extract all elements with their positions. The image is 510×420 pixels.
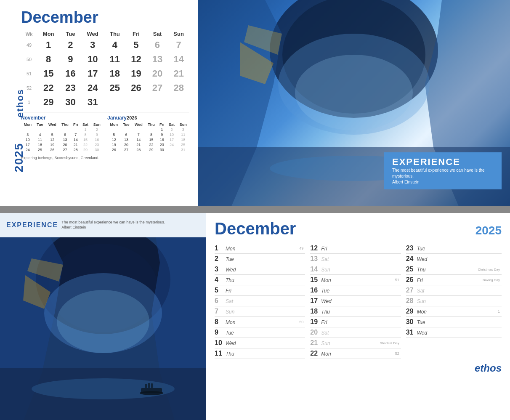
day-entry: 13Sat	[310, 254, 401, 264]
photo-background: EXPERIENCE The most beautiful experience…	[198, 0, 510, 206]
day-name: Wed	[417, 330, 502, 336]
day-number: 7	[215, 308, 224, 315]
day-name: Tue	[417, 246, 502, 252]
svg-rect-18	[148, 383, 150, 388]
day-entry: 23Tue	[406, 243, 502, 254]
experience-title: EXPERIENCE	[392, 157, 493, 167]
day-entry: 12Fri	[310, 243, 401, 254]
day-name: Tue	[321, 288, 401, 294]
day-number: 21	[310, 339, 319, 347]
days-column-2: 12Fri13Sat14Sun15Mon5116Tue17Wed18Thu19F…	[310, 243, 406, 359]
week-badge: 51	[395, 278, 399, 282]
svg-rect-17	[145, 384, 147, 388]
day-number: 4	[215, 276, 224, 284]
photo-caption: Exploring Icebergs, Scoresbysund, Greenl…	[21, 156, 189, 160]
day-entry: 8Mon50	[215, 317, 305, 327]
day-entry: 21SunShortest Day	[310, 338, 401, 348]
day-name: Wed	[321, 298, 401, 304]
day-entry: 31Wed	[406, 327, 502, 338]
day-name: Mon	[226, 246, 305, 252]
day-number: 18	[310, 308, 319, 315]
day-name: Sat	[321, 256, 401, 262]
day-number: 1	[215, 245, 224, 252]
bottom-right-panel: December 2025 1Mon492Tue3Wed4Thu5Fri6Sat…	[206, 213, 510, 420]
day-entry: 26FriBoxing Day	[406, 275, 502, 285]
day-name: Mon	[321, 277, 401, 283]
day-number: 17	[310, 297, 319, 305]
ethos-logo-bottom: ethos	[215, 362, 502, 374]
day-name: Sat	[226, 298, 305, 304]
day-entry: 20Sat	[310, 327, 401, 338]
day-name: Tue	[417, 319, 502, 325]
day-entry: 10Wed	[215, 338, 305, 348]
day-entry: 18Thu	[310, 306, 401, 317]
days-column-1: 1Mon492Tue3Wed4Thu5Fri6Sat7Sun8Mon509Tue…	[215, 243, 310, 359]
december-title: December	[215, 219, 296, 238]
svg-point-3	[295, 55, 413, 130]
day-entry: 7Sun	[215, 306, 305, 317]
top-half: ethos 2025 December WkMonTueWedThuFriSat…	[0, 0, 510, 206]
day-entry: 2Tue	[215, 254, 305, 264]
day-name: Sat	[321, 330, 401, 336]
day-entry: 4Thu	[215, 275, 305, 285]
mini-cal-november: November MonTueWedThuFriSatSun1234567891…	[21, 115, 103, 152]
day-entry: 28Sun	[406, 296, 502, 306]
day-name: Sun	[321, 267, 401, 273]
bottom-left-photo	[0, 237, 206, 420]
day-name: Tue	[226, 330, 305, 336]
day-number: 6	[215, 297, 224, 305]
days-grid: 1Mon492Tue3Wed4Thu5Fri6Sat7Sun8Mon509Tue…	[215, 243, 502, 359]
day-number: 8	[215, 318, 224, 326]
day-name: Fri	[321, 246, 401, 252]
day-entry: 27Sat	[406, 285, 502, 296]
day-name: Thu	[321, 309, 401, 315]
experience-quote: The most beautiful experience we can hav…	[392, 167, 493, 185]
svg-rect-16	[141, 388, 162, 393]
day-entry: 14Sun	[310, 264, 401, 275]
day-number: 12	[310, 245, 319, 252]
day-number: 5	[215, 287, 224, 294]
day-entry: 11Thu	[215, 348, 305, 359]
photo-panel: EXPERIENCE The most beautiful experience…	[198, 0, 510, 206]
day-number: 27	[406, 287, 415, 294]
bottom-left-panel: EXPERIENCE The most beautiful experience…	[0, 213, 206, 420]
day-name: Mon	[417, 309, 502, 315]
day-entry: 24Wed	[406, 254, 502, 264]
day-entry: 22Mon52	[310, 348, 401, 359]
day-number: 31	[406, 329, 415, 336]
day-entry: 25ThuChristmas Day	[406, 264, 502, 275]
day-name: Sun	[226, 309, 305, 315]
svg-point-12	[57, 290, 149, 353]
day-entry: 16Tue	[310, 285, 401, 296]
year-label: 2025	[12, 143, 26, 172]
week-badge: 52	[395, 351, 399, 356]
day-number: 16	[310, 287, 319, 294]
day-entry: 5Fri	[215, 285, 305, 296]
day-number: 19	[310, 318, 319, 326]
day-entry: 1Mon49	[215, 243, 305, 254]
month-title: December	[21, 8, 189, 27]
day-number: 9	[215, 329, 224, 336]
holiday-label: Christmas Day	[478, 268, 500, 271]
mini-calendars: November MonTueWedThuFriSatSun1234567891…	[21, 115, 189, 152]
day-number: 26	[406, 276, 415, 284]
day-number: 10	[215, 339, 224, 347]
ethos-logo-top: ethos	[15, 89, 26, 118]
day-entry: 19Fri	[310, 317, 401, 327]
day-entry: 29Mon1	[406, 306, 502, 317]
week-badge: 1	[498, 309, 500, 314]
day-number: 15	[310, 276, 319, 284]
mini-cal-january: January2026 MonTueWedThuFriSatSun1235678…	[107, 115, 189, 152]
day-number: 23	[406, 245, 415, 252]
day-number: 25	[406, 266, 415, 273]
day-entry: 30Tue	[406, 317, 502, 327]
day-name: Tue	[226, 256, 305, 262]
january-title: January2026	[107, 115, 189, 121]
day-name: Fri	[226, 288, 305, 294]
week-badge: 50	[299, 320, 303, 324]
day-name: Mon	[321, 351, 401, 357]
svg-rect-19	[151, 383, 153, 388]
day-number: 14	[310, 266, 319, 273]
day-name: Thu	[226, 277, 305, 283]
calendar-panel: ethos 2025 December WkMonTueWedThuFriSat…	[0, 0, 198, 206]
